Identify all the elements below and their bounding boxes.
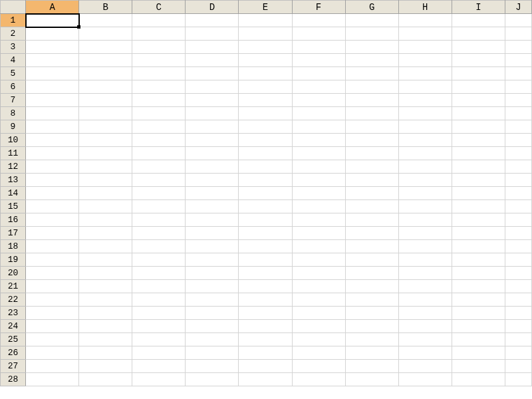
cell-E16[interactable] [239,213,292,227]
cell-B18[interactable] [79,240,132,253]
row-header-4[interactable]: 4 [1,54,26,67]
cell-H10[interactable] [398,134,452,147]
cell-A5[interactable] [26,67,79,80]
row-header-19[interactable]: 19 [1,253,26,267]
cell-G2[interactable] [345,27,398,41]
cell-H28[interactable] [398,373,452,386]
cell-C2[interactable] [132,27,186,41]
cell-J13[interactable] [505,174,531,187]
cell-C4[interactable] [132,54,186,67]
cell-G21[interactable] [345,280,398,293]
cell-G18[interactable] [345,240,398,253]
cell-D28[interactable] [186,373,239,386]
cell-B24[interactable] [79,320,132,333]
cell-G3[interactable] [345,41,398,54]
cell-I6[interactable] [452,80,505,94]
cell-J7[interactable] [505,94,531,107]
cell-I21[interactable] [452,280,505,293]
cell-B27[interactable] [79,360,132,373]
cell-J17[interactable] [505,227,531,240]
cell-I10[interactable] [452,134,505,147]
cell-E4[interactable] [239,54,292,67]
cell-A19[interactable] [26,253,79,267]
row-header-7[interactable]: 7 [1,94,26,107]
row-header-22[interactable]: 22 [1,293,26,307]
col-header-C[interactable]: C [132,1,186,14]
cell-I8[interactable] [452,107,505,120]
row-header-1[interactable]: 1 [1,14,26,27]
cell-F2[interactable] [292,27,345,41]
cell-H25[interactable] [398,333,452,346]
cell-C27[interactable] [132,360,186,373]
cell-G22[interactable] [345,293,398,307]
cell-E21[interactable] [239,280,292,293]
cell-D26[interactable] [186,346,239,360]
cell-E12[interactable] [239,160,292,174]
row-header-6[interactable]: 6 [1,80,26,94]
row-header-2[interactable]: 2 [1,27,26,41]
row-header-18[interactable]: 18 [1,240,26,253]
cell-J22[interactable] [505,293,531,307]
cell-D9[interactable] [186,120,239,134]
cell-B4[interactable] [79,54,132,67]
col-header-F[interactable]: F [292,1,345,14]
row-header-24[interactable]: 24 [1,320,26,333]
cell-J3[interactable] [505,41,531,54]
cell-D11[interactable] [186,147,239,160]
cell-J27[interactable] [505,360,531,373]
cell-G1[interactable] [345,14,398,27]
cell-E19[interactable] [239,253,292,267]
cell-C18[interactable] [132,240,186,253]
cell-C21[interactable] [132,280,186,293]
cell-E14[interactable] [239,187,292,200]
cell-G12[interactable] [345,160,398,174]
cell-I22[interactable] [452,293,505,307]
cell-I15[interactable] [452,200,505,213]
cell-I1[interactable] [452,14,505,27]
cell-H21[interactable] [398,280,452,293]
cell-H16[interactable] [398,213,452,227]
col-header-E[interactable]: E [239,1,292,14]
row-header-23[interactable]: 23 [1,307,26,320]
cell-F20[interactable] [292,267,345,280]
cell-E15[interactable] [239,200,292,213]
cell-H8[interactable] [398,107,452,120]
cell-C22[interactable] [132,293,186,307]
cell-A8[interactable] [26,107,79,120]
cell-D18[interactable] [186,240,239,253]
cell-J9[interactable] [505,120,531,134]
cell-H22[interactable] [398,293,452,307]
col-header-G[interactable]: G [345,1,398,14]
cell-C28[interactable] [132,373,186,386]
cell-B2[interactable] [79,27,132,41]
cell-A28[interactable] [26,373,79,386]
cell-I20[interactable] [452,267,505,280]
cell-B21[interactable] [79,280,132,293]
cell-A7[interactable] [26,94,79,107]
cell-H3[interactable] [398,41,452,54]
cell-C6[interactable] [132,80,186,94]
cell-F19[interactable] [292,253,345,267]
cell-A27[interactable] [26,360,79,373]
cell-F3[interactable] [292,41,345,54]
cell-A22[interactable] [26,293,79,307]
cell-D10[interactable] [186,134,239,147]
cell-G25[interactable] [345,333,398,346]
cell-G11[interactable] [345,147,398,160]
cell-C7[interactable] [132,94,186,107]
cell-D23[interactable] [186,307,239,320]
row-header-12[interactable]: 12 [1,160,26,174]
cell-H7[interactable] [398,94,452,107]
cell-A2[interactable] [26,27,79,41]
cell-A1[interactable] [26,14,79,27]
cell-I28[interactable] [452,373,505,386]
cell-A20[interactable] [26,267,79,280]
cell-H4[interactable] [398,54,452,67]
cell-I7[interactable] [452,94,505,107]
cell-C1[interactable] [132,14,186,27]
cell-A14[interactable] [26,187,79,200]
cell-B15[interactable] [79,200,132,213]
col-header-A[interactable]: A [26,1,79,14]
cell-I12[interactable] [452,160,505,174]
col-header-D[interactable]: D [186,1,239,14]
